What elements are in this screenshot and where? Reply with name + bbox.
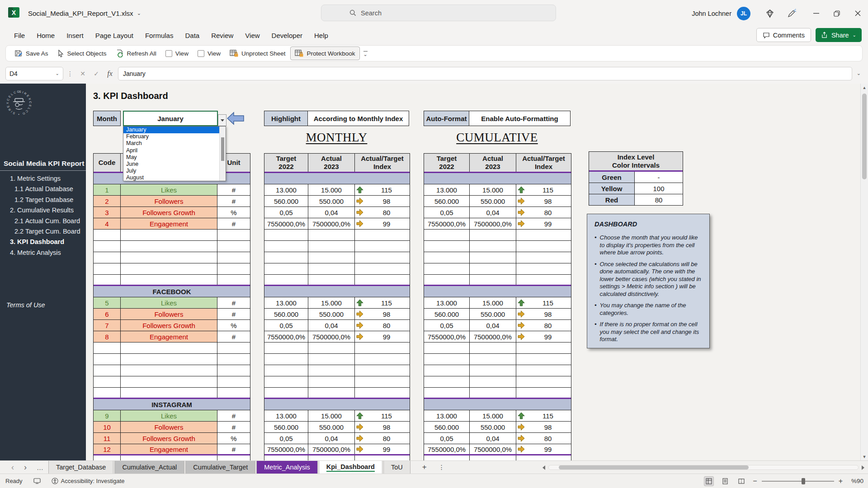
empty-cell[interactable] xyxy=(121,365,217,376)
tab-scroll-right-icon[interactable]: › xyxy=(19,463,32,472)
unit-cell[interactable]: # xyxy=(217,309,250,319)
unit-cell[interactable]: # xyxy=(217,444,250,454)
monthly-target-cell[interactable]: 7550000,0% xyxy=(264,218,308,229)
tab-kpi_dashboard[interactable]: Kpi_Dashboard xyxy=(319,461,382,474)
zoom-slider-thumb[interactable] xyxy=(802,478,805,484)
empty-cell[interactable] xyxy=(264,455,308,460)
empty-cell[interactable] xyxy=(424,275,470,285)
empty-cell[interactable] xyxy=(424,376,470,387)
view-checkbox-1[interactable]: View xyxy=(161,47,193,60)
vertical-scrollbar[interactable]: ▲ ▼ xyxy=(860,84,868,460)
empty-cell[interactable] xyxy=(94,275,121,285)
cumulative-actual-cell[interactable]: 0,04 xyxy=(470,433,516,444)
month-option[interactable]: August xyxy=(123,174,226,181)
metric-cell[interactable]: Engagement xyxy=(121,444,217,454)
zoom-percentage[interactable]: %90 xyxy=(847,478,863,484)
metric-cell[interactable]: Followers xyxy=(121,309,217,319)
empty-cell[interactable] xyxy=(264,252,308,263)
view-checkbox-2[interactable]: View xyxy=(193,47,225,60)
monthly-target-cell[interactable]: 560.000 xyxy=(264,309,308,319)
empty-cell[interactable] xyxy=(470,343,516,353)
cumulative-index-cell[interactable]: 98 xyxy=(516,422,571,432)
empty-cell[interactable] xyxy=(308,230,355,240)
cumulative-target-cell[interactable]: 7550000,0% xyxy=(424,218,470,229)
horizontal-scrollbar[interactable] xyxy=(542,464,864,471)
empty-cell[interactable] xyxy=(424,241,470,252)
monthly-index-cell[interactable]: 115 xyxy=(355,297,410,308)
metric-cell[interactable]: Followers xyxy=(121,196,217,206)
empty-cell[interactable] xyxy=(470,354,516,365)
sidebar-item[interactable]: 4. Metric Analysis xyxy=(0,248,86,258)
code-cell[interactable]: 6 xyxy=(94,309,121,319)
code-cell[interactable]: 10 xyxy=(94,422,121,432)
empty-cell[interactable] xyxy=(470,241,516,252)
unit-cell[interactable]: # xyxy=(217,297,250,308)
unprotect-sheet-button[interactable]: Unprotect Sheet xyxy=(226,47,290,60)
empty-cell[interactable] xyxy=(355,455,410,460)
code-cell[interactable]: 8 xyxy=(94,331,121,342)
monthly-index-cell[interactable]: 80 xyxy=(355,207,410,218)
monthly-actual-cell[interactable]: 550.000 xyxy=(308,196,355,206)
cumulative-actual-cell[interactable]: 550.000 xyxy=(470,196,516,206)
empty-cell[interactable] xyxy=(424,388,470,398)
menu-insert[interactable]: Insert xyxy=(61,27,90,44)
empty-cell[interactable] xyxy=(121,252,217,263)
share-button[interactable]: Share ⌄ xyxy=(816,28,862,42)
metric-cell[interactable]: Engagement xyxy=(121,331,217,342)
monthly-index-cell[interactable]: 115 xyxy=(355,410,410,421)
monthly-target-cell[interactable]: 0,05 xyxy=(264,433,308,444)
cumulative-actual-cell[interactable]: 0,04 xyxy=(470,320,516,331)
zoom-slider[interactable] xyxy=(762,481,834,482)
monthly-index-cell[interactable]: 80 xyxy=(355,320,410,331)
metric-cell[interactable]: Engagement xyxy=(121,218,217,229)
month-option[interactable]: May xyxy=(123,154,226,161)
month-option[interactable]: April xyxy=(123,147,226,154)
code-cell[interactable]: 3 xyxy=(94,207,121,218)
empty-cell[interactable] xyxy=(355,275,410,285)
cumulative-index-cell[interactable]: 98 xyxy=(516,196,571,206)
empty-cell[interactable] xyxy=(217,263,250,274)
restore-button[interactable] xyxy=(826,0,847,27)
formula-bar-expand-icon[interactable]: ⌄ xyxy=(855,70,863,76)
empty-cell[interactable] xyxy=(121,388,217,398)
code-cell[interactable]: 2 xyxy=(94,196,121,206)
empty-cell[interactable] xyxy=(217,376,250,387)
empty-cell[interactable] xyxy=(121,230,217,240)
hscroll-left-icon[interactable] xyxy=(542,465,545,470)
empty-cell[interactable] xyxy=(121,455,217,460)
cumulative-target-cell[interactable]: 13.000 xyxy=(424,184,470,195)
menu-home[interactable]: Home xyxy=(31,27,61,44)
section-band-row[interactable] xyxy=(424,286,571,297)
cumulative-index-cell[interactable]: 99 xyxy=(516,218,571,229)
vertical-scroll-thumb[interactable] xyxy=(862,94,867,179)
empty-cell[interactable] xyxy=(94,455,121,460)
cumulative-actual-cell[interactable]: 7500000,0% xyxy=(470,331,516,342)
unit-cell[interactable]: # xyxy=(217,331,250,342)
cumulative-target-cell[interactable]: 7550000,0% xyxy=(424,444,470,454)
metric-cell[interactable]: Followers Growth xyxy=(121,320,217,331)
section-band-row[interactable] xyxy=(424,173,571,184)
code-cell[interactable]: 9 xyxy=(94,410,121,421)
empty-cell[interactable] xyxy=(424,455,470,460)
unit-cell[interactable]: % xyxy=(217,320,250,331)
month-label-cell[interactable]: Month xyxy=(93,111,121,126)
record-macro-icon[interactable] xyxy=(28,474,46,488)
month-value-cell[interactable]: January xyxy=(123,111,218,126)
cumulative-target-cell[interactable]: 560.000 xyxy=(424,422,470,432)
menu-developer[interactable]: Developer xyxy=(266,27,308,44)
monthly-index-cell[interactable]: 99 xyxy=(355,331,410,342)
cumulative-target-cell[interactable]: 560.000 xyxy=(424,309,470,319)
formula-input[interactable]: January xyxy=(118,67,852,80)
horizontal-scroll-thumb[interactable] xyxy=(559,465,749,469)
monthly-index-cell[interactable]: 115 xyxy=(355,184,410,195)
empty-cell[interactable] xyxy=(217,455,250,460)
unit-cell[interactable]: # xyxy=(217,218,250,229)
search-input[interactable]: Search xyxy=(321,5,556,21)
cumulative-actual-cell[interactable]: 7500000,0% xyxy=(470,444,516,454)
monthly-target-cell[interactable]: 13.000 xyxy=(264,297,308,308)
empty-cell[interactable] xyxy=(94,365,121,376)
checkbox-icon[interactable] xyxy=(165,50,172,57)
empty-cell[interactable] xyxy=(516,343,571,353)
month-option[interactable]: February xyxy=(123,133,226,140)
scroll-up-icon[interactable]: ▲ xyxy=(861,84,868,91)
